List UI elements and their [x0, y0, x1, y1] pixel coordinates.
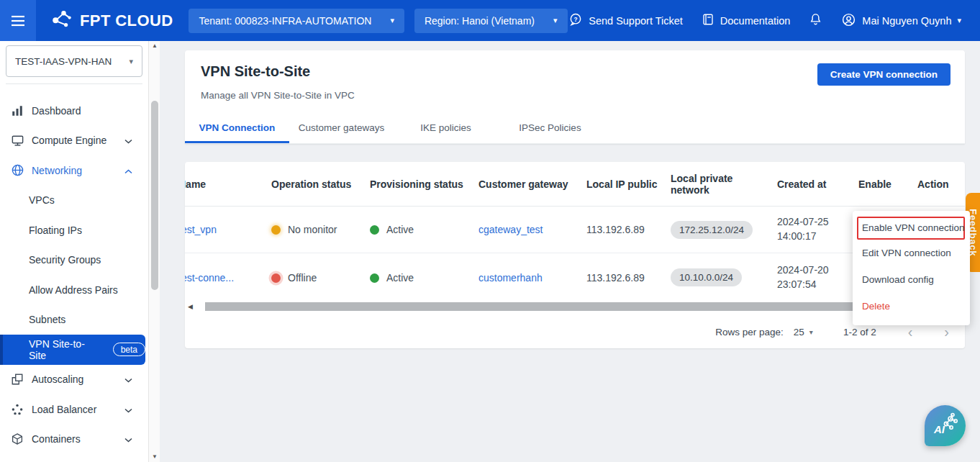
send-support-ticket-link[interactable]: ? Send Support Ticket [568, 12, 683, 29]
status-dot-green [370, 225, 379, 235]
vpn-table-card: Name Operation status Provisioning statu… [185, 162, 965, 348]
menu-item-enable-vpn-connection[interactable]: Enable VPN connection [857, 217, 965, 240]
horizontal-scrollbar-thumb[interactable] [205, 302, 917, 311]
svg-text:?: ? [574, 16, 578, 23]
sidebar-item-security-groups[interactable]: Security Groups [0, 245, 148, 276]
rows-per-page-select[interactable]: 25 ▾ [794, 327, 813, 338]
previous-page-button[interactable]: ‹ [908, 325, 913, 339]
container-box-icon [10, 432, 24, 446]
provisioning-status-label: Active [386, 272, 414, 284]
scroll-left-arrow[interactable]: ◀ [188, 303, 193, 310]
fpt-cloud-logo[interactable]: FPT CLOUD [50, 9, 173, 33]
sidebar-item-vpcs[interactable]: VPCs [0, 186, 148, 216]
chevron-down-icon: ▾ [809, 328, 813, 336]
sidebar-item-allow-address-pairs[interactable]: Allow Address Pairs [0, 275, 148, 305]
project-selector[interactable]: TEST-IAAS-VPN-HAN ▾ [6, 45, 142, 77]
create-vpn-connection-button[interactable]: Create VPN connection [817, 63, 950, 86]
sidebar: TEST-IAAS-VPN-HAN ▾ Dashboard Compute En… [0, 41, 148, 462]
rows-per-page-label: Rows per page: [715, 327, 784, 338]
autoscaling-icon [10, 372, 24, 386]
operation-status-cell: No monitor [271, 224, 370, 235]
sidebar-item-containers[interactable]: Containers [0, 425, 148, 455]
tenant-label: Tenant: 000823-INFRA-AUTOMATION [199, 15, 371, 27]
menu-item-download-config[interactable]: Download config [853, 266, 970, 293]
beta-badge: beta [113, 343, 145, 356]
sidebar-item-label: Security Groups [29, 254, 101, 266]
col-operation-status: Operation status [271, 178, 370, 190]
sidebar-item-floating-ips[interactable]: Floating IPs [0, 215, 148, 245]
operation-status-label: No monitor [288, 224, 337, 235]
customer-gateway-link[interactable]: cgateway_test [478, 224, 586, 235]
bar-chart-icon [10, 104, 24, 118]
chevron-down-icon: ▾ [553, 16, 558, 25]
scroll-up-arrow[interactable]: ▲ [149, 41, 160, 51]
network-pill: 10.10.0.0/24 [671, 268, 742, 286]
tab-ipsec-policies[interactable]: IPSec Policies [498, 112, 602, 143]
ai-assistant-button[interactable]: AI [925, 405, 966, 446]
menu-item-delete[interactable]: Delete [853, 293, 970, 320]
top-header: FPT CLOUD Tenant: 000823-INFRA-AUTOMATIO… [0, 0, 980, 41]
monitor-icon [10, 133, 24, 148]
sidebar-item-dashboard[interactable]: Dashboard [0, 96, 148, 126]
col-created-at: Created at [777, 178, 849, 190]
col-name: Name [185, 178, 271, 190]
region-label: Region: Hanoi (Vietnam) [425, 15, 535, 27]
table-row[interactable]: test_vpn No monitor Active cgateway_test… [185, 207, 965, 253]
user-menu[interactable]: Mai Nguyen Quynh ▾ [841, 12, 961, 30]
notification-bell-button[interactable] [809, 12, 822, 29]
hamburger-menu-button[interactable] [0, 0, 36, 41]
col-customer-gateway: Customer gateway [478, 178, 586, 190]
sidebar-item-label: Allow Address Pairs [29, 284, 118, 296]
support-label: Send Support Ticket [589, 15, 683, 27]
sidebar-scrollbar[interactable]: ▲ ▼ [148, 41, 160, 462]
col-provisioning-status: Provisioning status [370, 178, 478, 190]
sidebar-item-subnets[interactable]: Subnets [0, 305, 148, 335]
pagination-bar: Rows per page: 25 ▾ 1-2 of 2 ‹ › [715, 325, 949, 339]
sidebar-scrollbar-thumb[interactable] [151, 101, 158, 290]
status-dot-green [370, 273, 379, 283]
chevron-down-icon: ▾ [957, 16, 961, 25]
horizontal-scrollbar[interactable]: ◀ [185, 302, 965, 312]
operation-status-label: Offline [288, 272, 317, 284]
tab-customer-gateways[interactable]: Customer gateways [289, 112, 394, 143]
sidebar-item-load-balancer[interactable]: Load Balancer [0, 394, 148, 425]
table-row[interactable]: test-conne... Offline Active customerhan… [185, 253, 965, 302]
menu-item-edit-vpn-connection[interactable]: Edit VPN connection [853, 240, 970, 266]
chevron-down-icon: ▾ [129, 57, 133, 66]
documentation-link[interactable]: Documentation [702, 13, 791, 28]
vpn-connections-table: Name Operation status Provisioning statu… [185, 162, 965, 302]
page-subtitle: Manage all VPN Site-to-Site in VPC [201, 90, 355, 101]
chevron-down-icon [124, 373, 132, 385]
molecule-logo-icon [50, 9, 73, 33]
bell-icon [809, 12, 822, 29]
col-action: Action [908, 178, 961, 190]
sidebar-item-label: Autoscaling [32, 373, 83, 385]
sidebar-item-compute-engine[interactable]: Compute Engine [0, 126, 148, 156]
sidebar-item-autoscaling[interactable]: Autoscaling [0, 365, 148, 395]
scroll-down-arrow[interactable]: ▼ [149, 452, 160, 462]
tab-ike-policies[interactable]: IKE policies [394, 112, 498, 143]
status-dot-red [271, 273, 281, 283]
next-page-button[interactable]: › [944, 325, 949, 339]
region-dropdown[interactable]: Region: Hanoi (Vietnam) ▾ [414, 9, 568, 33]
sidebar-item-label: Containers [32, 433, 81, 445]
sidebar-item-label: Load Balancer [32, 404, 96, 415]
sidebar-item-label: Subnets [29, 314, 65, 325]
tenant-dropdown[interactable]: Tenant: 000823-INFRA-AUTOMATION ▾ [189, 9, 404, 33]
sidebar-divider [6, 83, 142, 84]
sidebar-item-vpn-site-to-site[interactable]: VPN Site-to-Site beta [0, 335, 145, 365]
col-local-ip-public: Local IP public [586, 178, 671, 190]
tab-vpn-connection[interactable]: VPN Connection [185, 112, 289, 143]
row-action-context-menu: Enable VPN connection Edit VPN connectio… [853, 211, 970, 325]
vpn-name-link[interactable]: test_vpn [185, 224, 271, 235]
page-header-card: VPN Site-to-Site Manage all VPN Site-to-… [185, 50, 965, 144]
private-network-cell: 10.10.0.0/24 [671, 268, 777, 286]
vpn-name-link[interactable]: test-conne... [185, 272, 271, 284]
ai-molecule-icon: AI [932, 412, 959, 440]
globe-icon [10, 163, 24, 178]
sidebar-item-label: Dashboard [32, 105, 81, 117]
sidebar-item-networking[interactable]: Networking [0, 155, 148, 186]
local-ip-cell: 113.192.6.89 [586, 272, 671, 284]
sidebar-nav: Dashboard Compute Engine Networking VPCs [0, 96, 148, 454]
customer-gateway-link[interactable]: customerhanh [478, 272, 586, 284]
